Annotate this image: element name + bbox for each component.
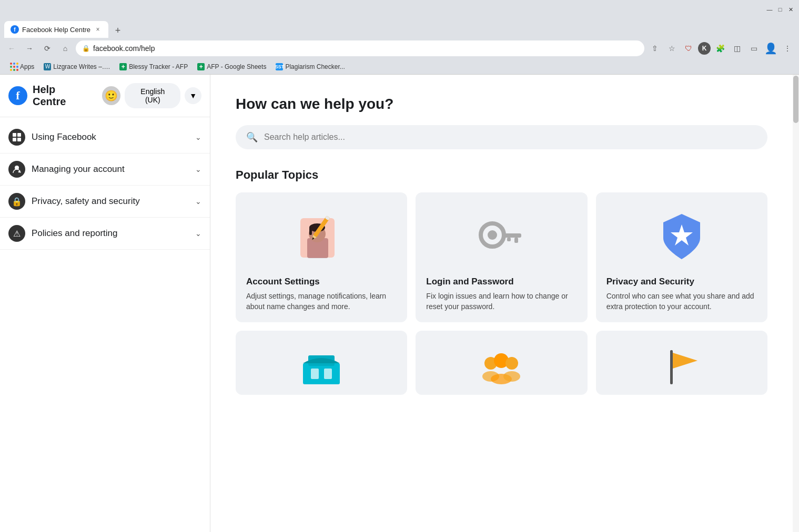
using-facebook-chevron: ⌄ <box>195 133 201 141</box>
sidebar-item-privacy-safety[interactable]: 🔒 Privacy, safety and security ⌄ <box>0 186 210 218</box>
account-settings-illustration <box>246 205 397 268</box>
back-button[interactable]: ← <box>4 41 19 56</box>
home-button[interactable]: ⌂ <box>58 41 73 56</box>
svg-rect-21 <box>507 238 511 241</box>
privacy-security-illustration <box>606 205 757 268</box>
bookmark-afp-label: AFP - Google Sheets <box>207 63 266 70</box>
title-bar: — □ ✕ <box>0 0 799 19</box>
bookmark-lizgrace-label: Lizgrace Writes –…. <box>53 63 110 70</box>
topic-card-marketplace[interactable] <box>236 331 407 395</box>
sidebar-nav: Using Facebook ⌄ <box>0 117 210 254</box>
login-password-illustration <box>426 205 577 268</box>
profile-button[interactable]: 👤 <box>763 41 778 56</box>
using-facebook-label: Using Facebook <box>32 131 96 143</box>
window-controls: — □ ✕ <box>765 5 795 14</box>
sidebar: f Help Centre 🙂 English (UK) ▼ <box>0 75 210 532</box>
topic-card-privacy-security[interactable]: Privacy and Security Control who can see… <box>596 192 767 322</box>
share-button[interactable]: ⇧ <box>648 41 662 56</box>
popular-topics-heading: Popular Topics <box>236 168 767 182</box>
scrollbar-track[interactable] <box>793 75 799 532</box>
lock-icon: 🔒 <box>82 45 90 52</box>
scrollbar-thumb[interactable] <box>793 76 798 123</box>
svg-point-32 <box>503 371 520 382</box>
search-icon: 🔍 <box>246 131 258 143</box>
sidebar-item-policies-reporting[interactable]: ⚠ Policies and reporting ⌄ <box>0 218 210 250</box>
address-bar-row: ← → ⟳ ⌂ 🔒 facebook.com/help ⇧ ☆ 🛡 K 🧩 ◫ … <box>0 38 799 59</box>
search-bar[interactable]: 🔍 <box>236 125 767 149</box>
address-bar[interactable]: 🔒 facebook.com/help <box>76 40 644 56</box>
privacy-safety-chevron: ⌄ <box>195 197 201 206</box>
topic-card-account-settings[interactable]: Account Settings Adjust settings, manage… <box>236 192 407 322</box>
friends-illustration <box>426 343 577 384</box>
bookmark-afp[interactable]: + AFP - Google Sheets <box>193 62 270 71</box>
extension-k-button[interactable]: K <box>698 42 711 55</box>
nav-item-left-managing: Managing your account <box>8 161 125 178</box>
menu-button[interactable]: ⋮ <box>780 41 795 56</box>
privacy-safety-label: Privacy, safety and security <box>32 196 140 207</box>
privacy-security-desc: Control who can see what you share and a… <box>606 291 757 312</box>
nav-item-left-policies: ⚠ Policies and reporting <box>8 225 117 242</box>
managing-account-chevron: ⌄ <box>195 165 201 173</box>
bookmark-apps[interactable]: Apps <box>6 62 38 71</box>
bookmark-lizgrace[interactable]: W Lizgrace Writes –…. <box>39 62 114 71</box>
login-password-desc: Fix login issues and learn how to change… <box>426 291 577 312</box>
sidebar-item-managing-account[interactable]: Managing your account ⌄ <box>0 154 210 186</box>
split-screen-button[interactable]: ▭ <box>746 41 761 56</box>
active-tab[interactable]: f Facebook Help Centre × <box>4 21 108 38</box>
fb-logo-letter: f <box>16 89 19 103</box>
help-centre-title: Help Centre <box>33 84 92 108</box>
maximize-button[interactable]: □ <box>776 5 784 14</box>
search-input[interactable] <box>264 132 757 142</box>
language-button[interactable]: English (UK) <box>125 83 180 108</box>
managing-account-label: Managing your account <box>32 163 125 175</box>
marketplace-illustration <box>246 343 397 384</box>
account-settings-desc: Adjust settings, manage notifications, l… <box>246 291 397 312</box>
afp-icon: + <box>197 63 205 70</box>
sidebar-header: f Help Centre 🙂 English (UK) ▼ <box>0 75 210 117</box>
page-area: f Help Centre 🙂 English (UK) ▼ <box>0 75 799 532</box>
new-tab-button[interactable]: + <box>110 23 125 38</box>
main-heading: How can we help you? <box>236 96 767 112</box>
forward-button[interactable]: → <box>22 41 37 56</box>
language-label: English (UK) <box>140 87 165 104</box>
bookmark-apps-label: Apps <box>20 63 34 70</box>
svg-rect-33 <box>670 350 673 384</box>
blessy-icon: + <box>119 63 127 70</box>
bookmark-button[interactable]: ☆ <box>664 41 679 56</box>
shield-extension-button[interactable]: 🛡 <box>681 41 696 56</box>
tab-close-button[interactable]: × <box>94 25 102 34</box>
minimize-button[interactable]: — <box>765 5 774 14</box>
policies-reporting-label: Policies and reporting <box>32 228 117 239</box>
flag-illustration <box>606 343 757 384</box>
svg-rect-25 <box>311 369 319 379</box>
policies-reporting-icon: ⚠ <box>8 225 25 242</box>
facebook-logo: f <box>8 86 27 105</box>
privacy-safety-icon: 🔒 <box>8 193 25 210</box>
reload-button[interactable]: ⟳ <box>40 41 55 56</box>
bookmark-plagiarism[interactable]: SST Plagiarism Checker... <box>271 62 349 71</box>
svg-rect-3 <box>17 138 21 141</box>
svg-point-18 <box>488 230 497 240</box>
tab-favicon-letter: f <box>14 27 15 33</box>
svg-rect-19 <box>503 233 521 238</box>
svg-rect-20 <box>514 238 518 243</box>
sidebar-item-using-facebook[interactable]: Using Facebook ⌄ <box>0 121 210 154</box>
svg-rect-12 <box>309 228 312 235</box>
language-dropdown-button[interactable]: ▼ <box>185 87 201 104</box>
topic-card-flag[interactable] <box>596 331 767 395</box>
bookmark-blessy[interactable]: + Blessy Tracker - AFP <box>115 62 192 71</box>
topics-grid: Account Settings Adjust settings, manage… <box>236 192 767 322</box>
close-button[interactable]: ✕ <box>786 5 795 14</box>
login-password-title: Login and Password <box>426 277 577 287</box>
svg-rect-0 <box>13 133 16 137</box>
plagiarism-icon: SST <box>276 63 283 70</box>
tab-bar: f Facebook Help Centre × + <box>0 19 799 38</box>
using-facebook-icon <box>8 129 25 146</box>
sidebar-toggle[interactable]: ◫ <box>730 41 744 56</box>
puzzle-button[interactable]: 🧩 <box>713 41 727 56</box>
user-avatar: 🙂 <box>102 86 121 105</box>
topic-card-login-password[interactable]: Login and Password Fix login issues and … <box>416 192 587 322</box>
bookmark-blessy-label: Blessy Tracker - AFP <box>129 63 188 70</box>
bookmarks-bar: Apps W Lizgrace Writes –…. + Blessy Trac… <box>0 59 799 75</box>
topic-card-friends[interactable] <box>416 331 587 395</box>
